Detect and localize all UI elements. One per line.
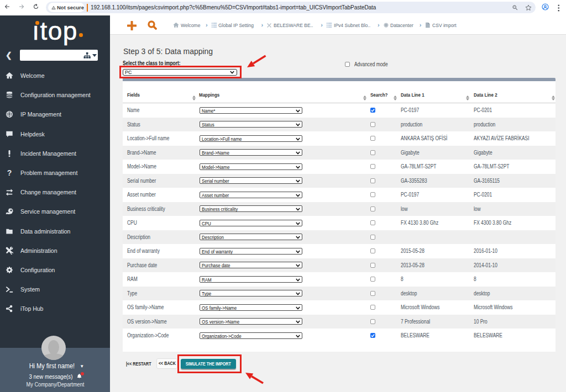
svg-text:?: ? <box>7 169 12 177</box>
